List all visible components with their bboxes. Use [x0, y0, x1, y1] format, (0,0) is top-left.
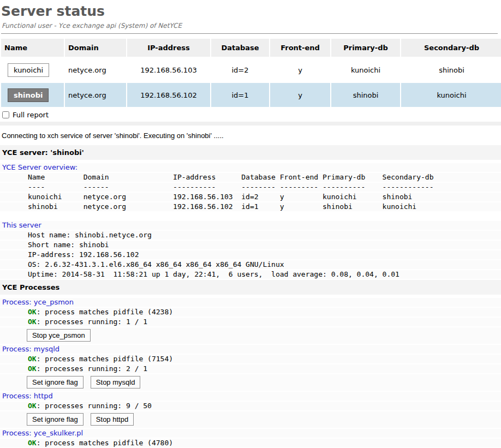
report-area: YCE server: 'shinobi' YCE Server overvie…: [0, 145, 501, 448]
this-server-lines: Host name: shinobi.netyce.org Short name…: [0, 231, 501, 279]
status-text: : processes running: 9 / 50: [37, 402, 152, 410]
stop-yce-psmon-button[interactable]: Stop yce_psmon: [27, 329, 91, 342]
process-button-row: Set ignore flagStop httpd: [0, 411, 501, 428]
server-table: NameDomainIP-addressDatabaseFront-endPri…: [0, 38, 501, 108]
process-section: Process: yce_skulker.pl OK: process matc…: [0, 429, 501, 448]
status-indent: [2, 402, 28, 410]
table-row: kunoichinetyce.org192.168.56.103id=2ykun…: [1, 58, 501, 82]
server-button-shinobi[interactable]: shinobi: [8, 88, 49, 102]
status-text: : processes running: 1 / 1: [37, 318, 148, 326]
stop-httpd-button[interactable]: Stop httpd: [91, 413, 134, 426]
server-name-cell: shinobi: [1, 83, 64, 107]
overview-heading: YCE Server overview:: [0, 163, 501, 172]
process-status-line: OK: processes running: 2 / 1: [0, 365, 501, 373]
report-line: kunoichi netyce.org 192.168.56.103 id=2 …: [0, 193, 501, 201]
status-ok-label: OK: [28, 365, 37, 373]
status-ok-label: OK: [28, 402, 37, 410]
column-header-primary-db: Primary-db: [331, 39, 400, 57]
process-heading: Process: httpd: [0, 392, 501, 401]
domain-cell: netyce.org: [65, 58, 126, 82]
status-text: : process matches pidfile (7154): [37, 355, 173, 363]
front-end-cell: y: [270, 58, 330, 82]
column-header-front-end: Front-end: [270, 39, 330, 57]
status-indent: [2, 439, 28, 447]
page-title: Server status: [1, 3, 498, 19]
database-cell: id=1: [211, 83, 269, 107]
column-header-name: Name: [1, 39, 64, 57]
report-line: Host name: shinobi.netyce.org: [0, 231, 501, 240]
server-table-body: kunoichinetyce.org192.168.56.103id=2ykun…: [1, 58, 501, 107]
status-text: : process matches pidfile (4780): [37, 439, 173, 447]
column-header-ip-address: IP-address: [127, 39, 210, 57]
status-text: : processes running: 2 / 1: [37, 365, 148, 373]
set-ignore-flag-button[interactable]: Set ignore flag: [27, 376, 83, 389]
status-ok-label: OK: [28, 355, 37, 363]
server-button-kunoichi[interactable]: kunoichi: [8, 63, 49, 77]
process-section: Process: mysqld OK: process matches pidf…: [0, 345, 501, 391]
set-ignore-flag-button[interactable]: Set ignore flag: [27, 413, 83, 426]
process-sections: Process: yce_psmon OK: process matches p…: [0, 298, 501, 448]
secondary-db-cell: kunoichi: [401, 83, 501, 107]
yce-processes-bar: YCE Processes: [0, 280, 501, 295]
process-status-line: OK: process matches pidfile (4238): [0, 308, 501, 316]
server-table-head-row: NameDomainIP-addressDatabaseFront-endPri…: [1, 39, 501, 57]
front-end-cell: y: [270, 83, 330, 107]
process-button-row: Set ignore flagStop mysqld: [0, 374, 501, 391]
status-ok-label: OK: [28, 439, 37, 447]
process-status-line: OK: process matches pidfile (7154): [0, 355, 501, 363]
primary-db-cell: kunoichi: [331, 58, 400, 82]
this-server-heading: This server: [0, 221, 501, 230]
report-line: IP-address: 192.168.56.102: [0, 250, 501, 259]
server-name-cell: kunoichi: [1, 58, 64, 82]
status-indent: [2, 365, 28, 373]
status-indent: [2, 308, 28, 316]
secondary-db-cell: shinobi: [401, 58, 501, 82]
report-line: OS: 2.6.32-431.3.1.el6.x86_64 x86_64 x86…: [0, 260, 501, 269]
table-row: shinobinetyce.org192.168.56.102id=1yshin…: [1, 83, 501, 107]
status-text: : process matches pidfile (4238): [37, 308, 173, 316]
status-ok-label: OK: [28, 318, 37, 326]
report-line: shinobi netyce.org 192.168.56.102 id=1 y…: [0, 202, 501, 211]
full-report-checkbox[interactable]: [2, 111, 9, 118]
this-server-section: This server Host name: shinobi.netyce.or…: [0, 221, 501, 279]
page-header: Server status Functional user - Yce exch…: [0, 0, 501, 119]
report-line: Name Domain IP-address Database Front-en…: [0, 173, 501, 182]
stop-mysqld-button[interactable]: Stop mysqld: [91, 376, 141, 389]
status-indent: [2, 355, 28, 363]
database-cell: id=2: [211, 58, 269, 82]
section-gap: [0, 212, 501, 221]
domain-cell: netyce.org: [65, 83, 126, 107]
page-subtitle: Functional user - Yce exchange api (Syst…: [2, 22, 498, 29]
process-heading: Process: yce_skulker.pl: [0, 429, 501, 438]
process-status-line: OK: processes running: 1 / 1: [0, 318, 501, 326]
yce-server-bar: YCE server: 'shinobi': [0, 145, 501, 160]
header-divider: [1, 33, 498, 34]
overview-section: YCE Server overview: Name Domain IP-addr…: [0, 163, 501, 211]
process-heading: Process: mysqld: [0, 345, 501, 354]
ip-address-cell: 192.168.56.103: [127, 58, 210, 82]
status-indent: [2, 318, 28, 326]
primary-db-cell: shinobi: [331, 83, 400, 107]
column-header-domain: Domain: [65, 39, 126, 57]
column-header-secondary-db: Secondary-db: [401, 39, 501, 57]
status-line: Connecting to xch service of server 'shi…: [2, 132, 501, 140]
process-heading: Process: yce_psmon: [0, 298, 501, 307]
ip-address-cell: 192.168.56.102: [127, 83, 210, 107]
column-header-database: Database: [211, 39, 269, 57]
process-section: Process: yce_psmon OK: process matches p…: [0, 298, 501, 344]
process-status-line: OK: process matches pidfile (4780): [0, 439, 501, 447]
full-report-label: Full report: [13, 111, 49, 119]
status-ok-label: OK: [28, 308, 37, 316]
full-report-row: Full report: [2, 111, 498, 119]
report-line: ---- ------ ---------- -------- --------…: [0, 183, 501, 192]
section-divider-band: [0, 122, 501, 126]
report-line: Uptime: 2014-58-31 11:58:21 up 1 day, 22…: [0, 270, 501, 279]
overview-lines: Name Domain IP-address Database Front-en…: [0, 173, 501, 211]
process-button-row: Stop yce_psmon: [0, 327, 501, 344]
process-section: Process: httpd OK: processes running: 9 …: [0, 392, 501, 428]
process-status-line: OK: processes running: 9 / 50: [0, 402, 501, 410]
report-line: Short name: shinobi: [0, 241, 501, 249]
